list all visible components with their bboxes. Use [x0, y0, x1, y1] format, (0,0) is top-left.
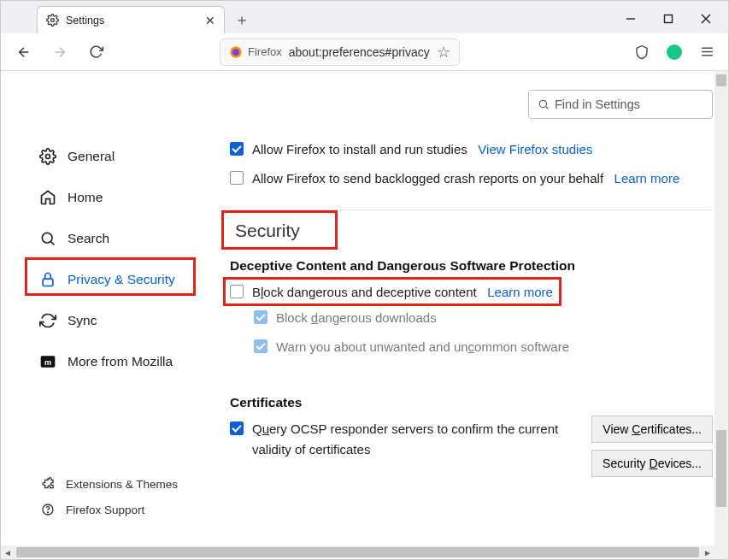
sidebar-item-support[interactable]: Firefox Support: [33, 497, 204, 522]
window-close-button[interactable]: [689, 6, 723, 32]
svg-text:m: m: [44, 358, 51, 367]
forward-button[interactable]: [45, 38, 74, 67]
sidebar-item-general[interactable]: General: [33, 139, 204, 174]
certificates-heading: Certificates: [230, 395, 713, 410]
link-deceptive-learn[interactable]: Learn more: [487, 285, 553, 299]
deceptive-heading: Deceptive Content and Dangerous Software…: [230, 258, 713, 274]
scroll-arrow-right[interactable]: ►: [701, 548, 714, 557]
checkbox-crash[interactable]: [230, 171, 244, 185]
link-crash-learn[interactable]: Learn more: [614, 171, 680, 186]
minimize-button[interactable]: [614, 6, 648, 32]
svg-line-11: [546, 107, 549, 109]
label-studies: Allow Firefox to install and run studies: [252, 142, 467, 156]
account-icon[interactable]: [661, 39, 687, 65]
sidebar-item-search[interactable]: Search: [33, 221, 204, 256]
svg-point-10: [539, 100, 546, 107]
sidebar-item-extensions[interactable]: Extensions & Themes: [33, 471, 204, 497]
search-icon: [538, 98, 550, 110]
sidebar-item-privacy[interactable]: Privacy & Security: [33, 262, 204, 297]
sidebar: General Home Search: [33, 139, 204, 379]
tab-settings[interactable]: Settings ✕: [37, 6, 225, 33]
sidebar-item-label: Home: [68, 190, 103, 205]
checkbox-ocsp[interactable]: [230, 421, 244, 435]
scroll-thumb[interactable]: [716, 430, 726, 507]
gear-icon: [46, 14, 59, 27]
sidebar-item-label: More from Mozilla: [68, 354, 173, 369]
scroll-thumb[interactable]: [16, 547, 699, 557]
maximize-button[interactable]: [651, 6, 685, 32]
checkbox-block-downloads[interactable]: [254, 310, 267, 324]
divider: [230, 209, 713, 210]
checkbox-warn-uncommon[interactable]: [254, 339, 267, 353]
svg-point-13: [42, 233, 52, 243]
identity-label: Firefox: [248, 45, 282, 58]
sidebar-item-mozilla[interactable]: m More from Mozilla: [33, 345, 204, 379]
sidebar-item-label: Privacy & Security: [68, 272, 175, 287]
home-icon: [38, 188, 57, 207]
puzzle-icon: [38, 475, 57, 493]
scroll-arrow-up[interactable]: [716, 74, 726, 86]
label-warn-uncommon: Warn you about unwanted and uncommon sof…: [276, 337, 569, 357]
identity-box[interactable]: Firefox: [229, 45, 282, 59]
svg-point-6: [232, 49, 239, 56]
checkbox-studies[interactable]: [230, 142, 244, 156]
sidebar-item-label: Sync: [68, 313, 97, 328]
svg-rect-2: [665, 15, 673, 23]
firefox-icon: [229, 45, 243, 59]
titlebar: Settings ✕ ＋: [1, 1, 728, 33]
url-bar[interactable]: Firefox about:preferences#privacy ☆: [220, 38, 460, 66]
row-block-deceptive: Block dangerous and deceptive content Le…: [230, 282, 713, 303]
close-icon[interactable]: ✕: [205, 14, 215, 27]
find-placeholder: Find in Settings: [555, 97, 640, 111]
svg-point-0: [51, 19, 55, 22]
content-area: Find in Settings General Home: [1, 71, 728, 559]
svg-point-19: [47, 512, 48, 513]
sidebar-item-label: Firefox Support: [66, 504, 144, 516]
star-icon[interactable]: ☆: [437, 43, 450, 62]
main-content: Allow Firefox to install and run studies…: [230, 139, 713, 469]
reload-button[interactable]: [81, 38, 110, 67]
sidebar-item-home[interactable]: Home: [33, 180, 204, 215]
pocket-icon[interactable]: [629, 39, 655, 65]
find-in-settings[interactable]: Find in Settings: [528, 90, 713, 119]
link-view-studies[interactable]: View Firefox studies: [478, 142, 592, 156]
horizontal-scrollbar[interactable]: ◄ ►: [1, 545, 714, 559]
tab-strip: Settings ✕ ＋: [1, 6, 614, 33]
sidebar-item-label: Search: [68, 231, 109, 246]
svg-line-14: [51, 242, 55, 245]
row-crash: Allow Firefox to send backlogged crash r…: [230, 168, 713, 189]
vertical-scrollbar[interactable]: [714, 71, 728, 559]
sidebar-item-sync[interactable]: Sync: [33, 304, 204, 338]
url-text: about:preferences#privacy: [289, 45, 430, 59]
sidebar-item-label: General: [68, 149, 115, 164]
row-studies: Allow Firefox to install and run studies…: [230, 139, 713, 160]
label-crash: Allow Firefox to send backlogged crash r…: [252, 171, 603, 186]
browser-window: Settings ✕ ＋: [0, 0, 729, 560]
scroll-arrow-left[interactable]: ◄: [1, 548, 15, 557]
row-ocsp: Query OCSP responder servers to confirm …: [230, 419, 589, 460]
label-block-deceptive: Block dangerous and deceptive content: [252, 285, 477, 299]
mozilla-icon: m: [38, 352, 57, 371]
sync-icon: [38, 311, 57, 330]
tab-title: Settings: [66, 15, 104, 27]
view-certificates-button[interactable]: View Certificates...: [591, 416, 713, 443]
security-devices-button[interactable]: Security Devices...: [591, 450, 713, 477]
row-block-downloads: Block dangerous downloads: [254, 308, 713, 328]
back-button[interactable]: [9, 38, 38, 67]
help-icon: [38, 500, 57, 519]
gear-icon: [38, 147, 57, 166]
security-heading: Security: [230, 219, 334, 243]
settings-page: Find in Settings General Home: [1, 71, 728, 559]
checkbox-block-deceptive[interactable]: [230, 285, 244, 298]
toolbar: Firefox about:preferences#privacy ☆: [1, 33, 728, 71]
sidebar-footer: Extensions & Themes Firefox Support: [33, 471, 204, 522]
svg-point-12: [46, 155, 50, 159]
label-ocsp: Query OCSP responder servers to confirm …: [252, 419, 589, 460]
green-dot-icon: [667, 44, 682, 60]
row-warn-uncommon: Warn you about unwanted and uncommon sof…: [254, 337, 713, 357]
search-icon: [38, 229, 57, 248]
label-block-downloads: Block dangerous downloads: [276, 308, 437, 328]
menu-button[interactable]: [694, 39, 720, 65]
new-tab-button[interactable]: ＋: [230, 8, 254, 32]
sidebar-item-label: Extensions & Themes: [66, 478, 178, 491]
